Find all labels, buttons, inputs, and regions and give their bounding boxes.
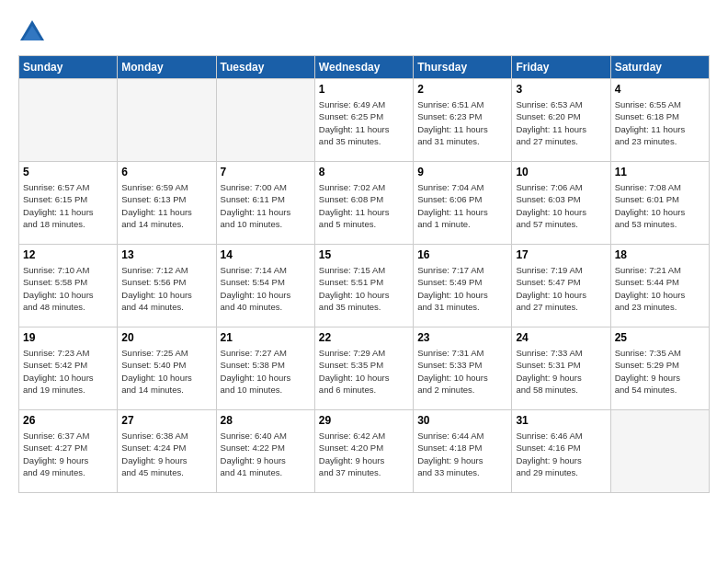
logo (18, 18, 50, 46)
day-info: Sunrise: 7:29 AM Sunset: 5:35 PM Dayligh… (319, 347, 409, 396)
day-number: 29 (319, 414, 409, 427)
day-number: 3 (516, 83, 606, 96)
weekday-saturday: Saturday (610, 56, 709, 79)
day-number: 28 (221, 414, 311, 427)
calendar-cell: 22Sunrise: 7:29 AM Sunset: 5:35 PM Dayli… (314, 327, 413, 410)
weekday-wednesday: Wednesday (314, 56, 413, 79)
day-info: Sunrise: 7:21 AM Sunset: 5:44 PM Dayligh… (615, 264, 705, 313)
calendar-cell: 18Sunrise: 7:21 AM Sunset: 5:44 PM Dayli… (610, 245, 709, 327)
weekday-sunday: Sunday (19, 56, 118, 79)
calendar-cell: 3Sunrise: 6:53 AM Sunset: 6:20 PM Daylig… (512, 79, 610, 162)
day-info: Sunrise: 6:53 AM Sunset: 6:20 PM Dayligh… (516, 98, 606, 147)
day-info: Sunrise: 6:40 AM Sunset: 4:22 PM Dayligh… (221, 430, 311, 478)
day-info: Sunrise: 6:57 AM Sunset: 6:15 PM Dayligh… (23, 181, 113, 230)
day-info: Sunrise: 7:31 AM Sunset: 5:33 PM Dayligh… (417, 347, 507, 396)
calendar-cell (216, 79, 314, 162)
day-info: Sunrise: 6:59 AM Sunset: 6:13 PM Dayligh… (121, 181, 211, 230)
day-info: Sunrise: 7:23 AM Sunset: 5:42 PM Dayligh… (23, 347, 113, 396)
day-info: Sunrise: 7:15 AM Sunset: 5:51 PM Dayligh… (319, 264, 409, 313)
day-number: 1 (319, 83, 409, 96)
calendar-cell: 29Sunrise: 6:42 AM Sunset: 4:20 PM Dayli… (314, 410, 413, 493)
day-info: Sunrise: 6:49 AM Sunset: 6:25 PM Dayligh… (319, 98, 409, 147)
calendar-cell: 27Sunrise: 6:38 AM Sunset: 4:24 PM Dayli… (118, 410, 216, 493)
day-info: Sunrise: 7:35 AM Sunset: 5:29 PM Dayligh… (615, 347, 705, 396)
calendar-cell: 25Sunrise: 7:35 AM Sunset: 5:29 PM Dayli… (610, 327, 709, 410)
calendar-cell: 31Sunrise: 6:46 AM Sunset: 4:16 PM Dayli… (512, 410, 610, 493)
logo-icon (18, 18, 46, 46)
calendar-cell: 15Sunrise: 7:15 AM Sunset: 5:51 PM Dayli… (314, 245, 413, 327)
calendar-cell: 12Sunrise: 7:10 AM Sunset: 5:58 PM Dayli… (19, 245, 118, 327)
day-info: Sunrise: 6:42 AM Sunset: 4:20 PM Dayligh… (319, 430, 409, 478)
calendar-cell: 5Sunrise: 6:57 AM Sunset: 6:15 PM Daylig… (19, 162, 118, 245)
day-number: 25 (615, 331, 705, 344)
calendar-cell (118, 79, 216, 162)
day-info: Sunrise: 6:51 AM Sunset: 6:23 PM Dayligh… (417, 98, 507, 147)
day-info: Sunrise: 6:46 AM Sunset: 4:16 PM Dayligh… (516, 430, 606, 478)
day-info: Sunrise: 6:55 AM Sunset: 6:18 PM Dayligh… (615, 98, 705, 147)
day-number: 26 (23, 414, 113, 427)
week-row-4: 19Sunrise: 7:23 AM Sunset: 5:42 PM Dayli… (19, 327, 710, 410)
day-info: Sunrise: 7:00 AM Sunset: 6:11 PM Dayligh… (221, 181, 311, 230)
day-info: Sunrise: 7:02 AM Sunset: 6:08 PM Dayligh… (319, 181, 409, 230)
day-number: 19 (23, 331, 113, 344)
day-info: Sunrise: 7:27 AM Sunset: 5:38 PM Dayligh… (221, 347, 311, 396)
calendar-cell: 24Sunrise: 7:33 AM Sunset: 5:31 PM Dayli… (512, 327, 610, 410)
day-number: 12 (23, 248, 113, 261)
day-info: Sunrise: 6:44 AM Sunset: 4:18 PM Dayligh… (417, 430, 507, 478)
calendar-cell: 21Sunrise: 7:27 AM Sunset: 5:38 PM Dayli… (216, 327, 314, 410)
calendar-cell: 13Sunrise: 7:12 AM Sunset: 5:56 PM Dayli… (118, 245, 216, 327)
calendar-body: 1Sunrise: 6:49 AM Sunset: 6:25 PM Daylig… (19, 79, 710, 493)
day-number: 23 (417, 331, 507, 344)
weekday-tuesday: Tuesday (216, 56, 314, 79)
calendar-cell: 8Sunrise: 7:02 AM Sunset: 6:08 PM Daylig… (314, 162, 413, 245)
day-number: 13 (121, 248, 211, 261)
week-row-3: 12Sunrise: 7:10 AM Sunset: 5:58 PM Dayli… (19, 245, 710, 327)
calendar-table: SundayMondayTuesdayWednesdayThursdayFrid… (18, 55, 710, 493)
calendar-cell (610, 410, 709, 493)
day-number: 6 (121, 166, 211, 178)
calendar-cell: 26Sunrise: 6:37 AM Sunset: 4:27 PM Dayli… (19, 410, 118, 493)
calendar-cell: 4Sunrise: 6:55 AM Sunset: 6:18 PM Daylig… (610, 79, 709, 162)
calendar-cell: 2Sunrise: 6:51 AM Sunset: 6:23 PM Daylig… (414, 79, 512, 162)
day-info: Sunrise: 7:17 AM Sunset: 5:49 PM Dayligh… (417, 264, 507, 313)
day-info: Sunrise: 6:37 AM Sunset: 4:27 PM Dayligh… (23, 430, 113, 478)
day-number: 9 (417, 166, 507, 178)
calendar-cell: 1Sunrise: 6:49 AM Sunset: 6:25 PM Daylig… (314, 79, 413, 162)
calendar-cell: 20Sunrise: 7:25 AM Sunset: 5:40 PM Dayli… (118, 327, 216, 410)
week-row-5: 26Sunrise: 6:37 AM Sunset: 4:27 PM Dayli… (19, 410, 710, 493)
day-number: 22 (319, 331, 409, 344)
day-number: 21 (221, 331, 311, 344)
page-header (18, 18, 710, 46)
calendar-cell (19, 79, 118, 162)
week-row-1: 1Sunrise: 6:49 AM Sunset: 6:25 PM Daylig… (19, 79, 710, 162)
day-number: 30 (417, 414, 507, 427)
weekday-friday: Friday (512, 56, 610, 79)
day-number: 20 (121, 331, 211, 344)
calendar-cell: 28Sunrise: 6:40 AM Sunset: 4:22 PM Dayli… (216, 410, 314, 493)
day-number: 31 (516, 414, 606, 427)
day-number: 16 (417, 248, 507, 261)
day-number: 10 (516, 166, 606, 178)
calendar-cell: 16Sunrise: 7:17 AM Sunset: 5:49 PM Dayli… (414, 245, 512, 327)
calendar-cell: 14Sunrise: 7:14 AM Sunset: 5:54 PM Dayli… (216, 245, 314, 327)
day-info: Sunrise: 7:14 AM Sunset: 5:54 PM Dayligh… (221, 264, 311, 313)
day-info: Sunrise: 7:06 AM Sunset: 6:03 PM Dayligh… (516, 181, 606, 230)
day-number: 8 (319, 166, 409, 178)
weekday-thursday: Thursday (414, 56, 512, 79)
day-number: 11 (615, 166, 705, 178)
day-info: Sunrise: 7:25 AM Sunset: 5:40 PM Dayligh… (121, 347, 211, 396)
day-number: 17 (516, 248, 606, 261)
day-info: Sunrise: 7:04 AM Sunset: 6:06 PM Dayligh… (417, 181, 507, 230)
calendar-cell: 7Sunrise: 7:00 AM Sunset: 6:11 PM Daylig… (216, 162, 314, 245)
day-info: Sunrise: 6:38 AM Sunset: 4:24 PM Dayligh… (121, 430, 211, 478)
day-number: 7 (221, 166, 311, 178)
weekday-header-row: SundayMondayTuesdayWednesdayThursdayFrid… (19, 56, 710, 79)
week-row-2: 5Sunrise: 6:57 AM Sunset: 6:15 PM Daylig… (19, 162, 710, 245)
calendar-cell: 17Sunrise: 7:19 AM Sunset: 5:47 PM Dayli… (512, 245, 610, 327)
day-info: Sunrise: 7:10 AM Sunset: 5:58 PM Dayligh… (23, 264, 113, 313)
day-number: 5 (23, 166, 113, 178)
day-info: Sunrise: 7:12 AM Sunset: 5:56 PM Dayligh… (121, 264, 211, 313)
calendar-cell: 6Sunrise: 6:59 AM Sunset: 6:13 PM Daylig… (118, 162, 216, 245)
day-info: Sunrise: 7:33 AM Sunset: 5:31 PM Dayligh… (516, 347, 606, 396)
calendar-cell: 23Sunrise: 7:31 AM Sunset: 5:33 PM Dayli… (414, 327, 512, 410)
